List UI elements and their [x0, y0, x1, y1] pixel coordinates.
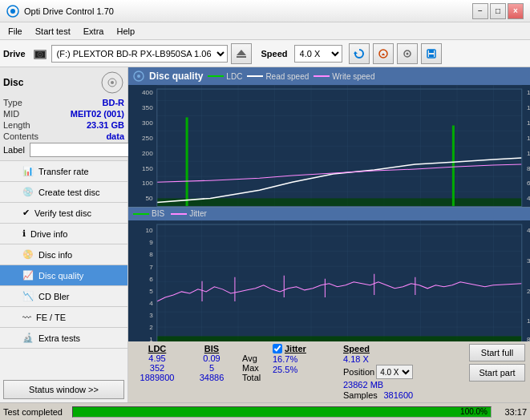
start-part-button[interactable]: Start part [469, 364, 525, 382]
sidebar-item-cd-bler[interactable]: 📉 CD Bler [0, 286, 127, 307]
data-table-area: LDC 4.95 352 1889800 BIS 0.09 5 34886 X … [128, 341, 530, 402]
samples-row: Samples 381600 [343, 390, 413, 400]
contents-value: data [106, 131, 124, 141]
legend-ldc: LDC [208, 72, 242, 81]
svg-text:5: 5 [149, 287, 153, 294]
app-icon [6, 5, 19, 18]
disc-quality-label: Disc quality [38, 271, 83, 281]
sidebar-item-transfer-rate[interactable]: 📊 Transfer rate [0, 161, 127, 182]
sidebar-item-disc-quality[interactable]: 📈 Disc quality [0, 265, 127, 286]
legend-jitter-label: Jitter [189, 209, 207, 218]
eject-button[interactable] [231, 43, 252, 64]
svg-point-19 [137, 75, 140, 78]
svg-text:10X: 10X [527, 150, 530, 157]
sidebar-item-create-test-disc[interactable]: 💿 Create test disc [0, 182, 127, 203]
sidebar-item-verify-test-disc[interactable]: ✔ Verify test disc [0, 203, 127, 224]
legend-bis-label: BIS [152, 209, 164, 218]
svg-rect-49 [186, 117, 188, 206]
drive-info-label: Drive info [30, 229, 67, 239]
svg-text:14X: 14X [527, 120, 530, 127]
sidebar: Disc Type BD-R MID MEIT02 (001) Length 2… [0, 67, 128, 402]
speed-select[interactable]: 4.0 X [294, 45, 342, 63]
action-buttons: Start full Start part [469, 344, 525, 382]
sidebar-item-extra-tests[interactable]: 🔬 Extra tests [0, 328, 127, 349]
max-label: Max [242, 363, 259, 373]
disc-quality-icon-header [133, 71, 144, 82]
svg-text:8X: 8X [527, 165, 530, 172]
speed-stat-label: Speed [343, 344, 413, 353]
position-label: Position [343, 367, 374, 377]
ldc-header: LDC [148, 344, 167, 353]
svg-text:1: 1 [149, 336, 153, 341]
speed-stat-select[interactable]: 4.0 X [376, 365, 413, 379]
status-window-button[interactable]: Status window >> [3, 380, 124, 399]
toolbar: Drive (F:) PLEXTOR BD-R PX-LB950SA 1.06 … [0, 40, 530, 67]
drive-info-icon: ℹ [22, 228, 26, 239]
settings-button[interactable] [397, 43, 418, 64]
drive-select[interactable]: (F:) PLEXTOR BD-R PX-LB950SA 1.06 [51, 45, 228, 63]
jitter-checkbox[interactable] [273, 344, 282, 353]
svg-text:6: 6 [149, 275, 153, 282]
svg-text:18X: 18X [527, 89, 530, 96]
contents-label: Contents [3, 131, 38, 141]
speed-section: Speed 4.18 X Position 4.0 X 23862 MB Sam… [343, 344, 413, 400]
sidebar-item-disc-info[interactable]: 📀 Disc info [0, 244, 127, 265]
burn-button[interactable] [373, 43, 394, 64]
type-label: Type [3, 98, 22, 107]
jitter-max: 25.5% [273, 365, 337, 374]
svg-text:4: 4 [149, 300, 153, 307]
sidebar-item-fe-te[interactable]: 〰 FE / TE [0, 307, 127, 328]
start-full-button[interactable]: Start full [469, 344, 525, 361]
avg-label: Avg [242, 353, 257, 363]
svg-text:7: 7 [149, 263, 153, 270]
menu-file[interactable]: File [3, 25, 27, 38]
legend-write-speed-label: Write speed [332, 72, 374, 81]
sidebar-item-drive-info[interactable]: ℹ Drive info [0, 224, 127, 244]
svg-rect-48 [157, 198, 522, 206]
svg-text:3: 3 [149, 312, 153, 319]
disc-panel: Disc Type BD-R MID MEIT02 (001) Length 2… [0, 67, 127, 161]
menu-help[interactable]: Help [111, 25, 140, 38]
mid-value: MEIT02 (001) [71, 109, 124, 119]
jitter-avg: 16.7% [273, 354, 337, 364]
svg-text:12X: 12X [527, 135, 530, 142]
legend-write-speed: Write speed [314, 72, 374, 81]
jitter-section: Jitter 16.7% 25.5% [273, 344, 337, 374]
titlebar-left: Opti Drive Control 1.70 [6, 5, 114, 18]
svg-rect-52 [157, 220, 522, 342]
svg-text:40%: 40% [527, 227, 530, 234]
svg-text:16%: 16% [527, 317, 530, 325]
titlebar-controls: − □ × [472, 3, 524, 19]
ldc-total: 1889800 [140, 373, 175, 382]
menu-start-test[interactable]: Start test [30, 25, 75, 38]
legend-ldc-label: LDC [226, 72, 242, 81]
svg-point-17 [111, 81, 114, 84]
save-button[interactable] [421, 43, 442, 64]
menubar: File Start test Extra Help [0, 22, 530, 40]
disc-quality-icon: 📈 [22, 270, 34, 281]
svg-point-5 [39, 54, 41, 55]
svg-text:32%: 32% [527, 256, 530, 264]
svg-text:4X: 4X [527, 195, 530, 202]
legend-read-speed: Read speed [247, 72, 309, 81]
refresh-button[interactable] [349, 43, 370, 64]
row-labels: X Avg Max Total [242, 344, 266, 382]
length-label: Length [3, 120, 30, 130]
time-display: 33:17 [495, 407, 527, 417]
svg-rect-13 [429, 50, 434, 53]
svg-point-11 [406, 52, 408, 55]
svg-text:8%: 8% [527, 336, 530, 341]
bis-column: BIS 0.09 5 34886 [188, 344, 236, 382]
progress-text: 100.0% [460, 407, 488, 417]
create-test-label: Create test disc [38, 188, 99, 197]
minimize-button[interactable]: − [472, 3, 488, 19]
menu-extra[interactable]: Extra [79, 25, 109, 38]
speed-stat-value: 4.18 X [343, 354, 413, 364]
svg-rect-20 [157, 85, 522, 207]
disc-quality-header: Disc quality LDC Read speed Write speed [128, 67, 530, 85]
close-button[interactable]: × [508, 3, 524, 19]
maximize-button[interactable]: □ [490, 3, 506, 19]
label-row: Label ⋯ [3, 143, 124, 157]
status-text: Test completed [3, 407, 63, 417]
label-input[interactable] [30, 143, 133, 157]
